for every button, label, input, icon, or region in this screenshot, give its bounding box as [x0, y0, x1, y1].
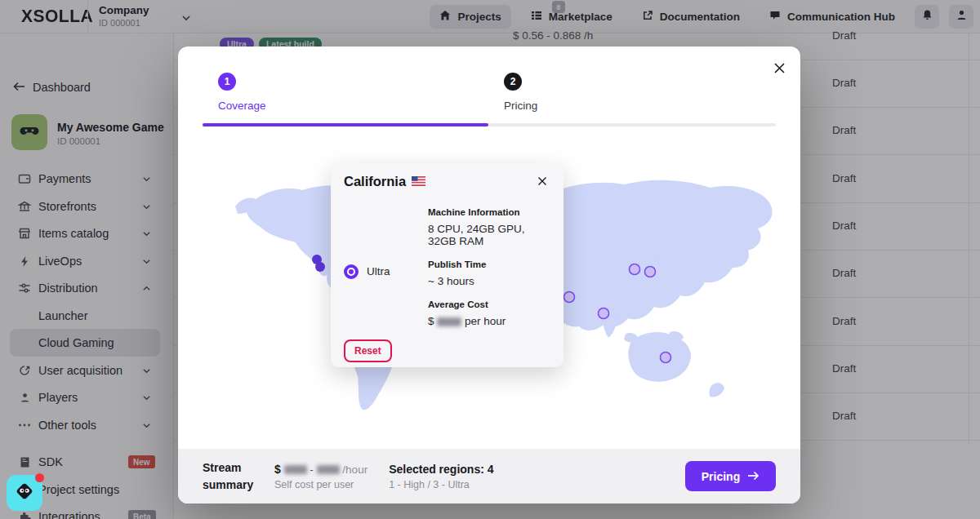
region-dot-korea[interactable]	[630, 264, 640, 275]
notification-dot	[35, 473, 44, 482]
stream-summary-label: Stream summary	[203, 459, 274, 494]
section-value: ~ 3 hours	[428, 275, 550, 287]
section-value: $ per hour	[428, 315, 550, 327]
pricing-next-button[interactable]: Pricing	[685, 461, 776, 491]
section-heading: Average Cost	[428, 299, 550, 309]
us-flag-icon	[412, 176, 425, 186]
region-popup: California Ultra Machine Information 8 C…	[331, 163, 564, 367]
redacted-value	[317, 465, 340, 474]
close-icon[interactable]	[534, 173, 550, 189]
region-title: California	[344, 174, 406, 189]
region-dot-california-2[interactable]	[315, 262, 325, 272]
section-heading: Publish Time	[428, 260, 550, 269]
pricing-button-label: Pricing	[702, 470, 740, 483]
modal-footer: Stream summary $ - /hour Self cost per u…	[178, 449, 800, 503]
selected-regions-label: Selected regions: 4	[389, 463, 493, 476]
section-heading: Machine Information	[428, 207, 550, 217]
xsolla-mask-icon	[13, 480, 36, 506]
region-dot-japan[interactable]	[645, 267, 656, 277]
radio-label: Ultra	[367, 265, 390, 277]
cloud-gaming-setup-modal: 1 Coverage 2 Pricing California	[178, 47, 800, 503]
redacted-value	[437, 317, 461, 326]
ultra-radio[interactable]	[344, 264, 359, 279]
region-dot-singapore[interactable]	[599, 308, 609, 319]
redacted-value	[284, 465, 307, 474]
self-cost-value: $ - /hour	[274, 463, 368, 476]
selected-regions-caption: 1 - High / 3 - Ultra	[389, 479, 493, 490]
arrow-right-icon	[747, 470, 760, 483]
section-value: 8 CPU, 24GB GPU, 32GB RAM	[428, 223, 550, 247]
reset-button[interactable]: Reset	[344, 339, 392, 362]
chat-widget-button[interactable]	[7, 475, 42, 511]
region-dot-india[interactable]	[564, 292, 575, 303]
self-cost-caption: Self cost per user	[274, 479, 368, 490]
region-dot-australia[interactable]	[661, 353, 671, 363]
